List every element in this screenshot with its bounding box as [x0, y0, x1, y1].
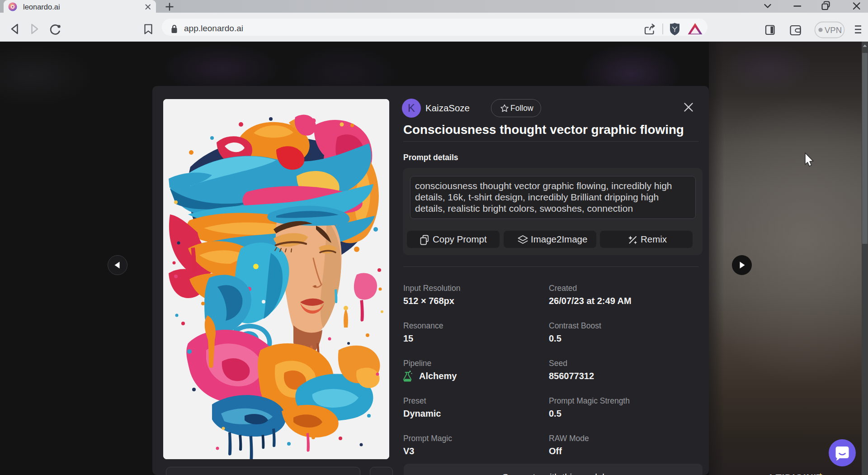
- svg-text:VPN: VPN: [825, 25, 842, 35]
